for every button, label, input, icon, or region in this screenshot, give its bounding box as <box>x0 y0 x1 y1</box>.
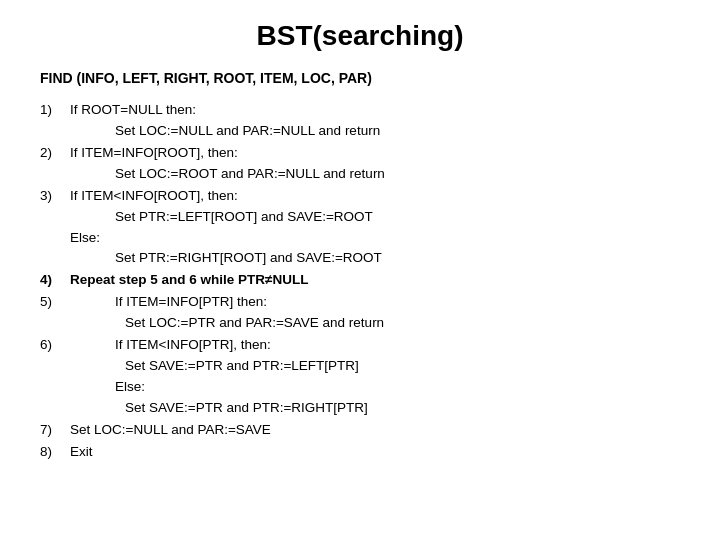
list-item: 7)Set LOC:=NULL and PAR:=SAVE <box>40 420 680 441</box>
step-line: Else: <box>70 228 680 249</box>
step-number: 2) <box>40 143 70 185</box>
step-body: If ITEM=INFO[PTR] then:Set LOC:=PTR and … <box>70 292 680 334</box>
step-body: If ITEM<INFO[ROOT], then:Set PTR:=LEFT[R… <box>70 186 680 270</box>
step-line: If ITEM<INFO[ROOT], then: <box>70 186 680 207</box>
step-body: If ITEM=INFO[ROOT], then:Set LOC:=ROOT a… <box>70 143 680 185</box>
page-title: BST(searching) <box>40 20 680 52</box>
step-line: Set LOC:=NULL and PAR:=SAVE <box>70 420 680 441</box>
step-line: Set SAVE:=PTR and PTR:=RIGHT[PTR] <box>70 398 680 419</box>
step-line: If ITEM<INFO[PTR], then: <box>70 335 680 356</box>
step-line: Set PTR:=RIGHT[ROOT] and SAVE:=ROOT <box>70 248 680 269</box>
step-line: Set PTR:=LEFT[ROOT] and SAVE:=ROOT <box>70 207 680 228</box>
step-line: Set LOC:=PTR and PAR:=SAVE and return <box>70 313 680 334</box>
step-number: 7) <box>40 420 70 441</box>
list-item: 8)Exit <box>40 442 680 463</box>
list-item: 5)If ITEM=INFO[PTR] then:Set LOC:=PTR an… <box>40 292 680 334</box>
step-number: 6) <box>40 335 70 419</box>
step-line: If ITEM=INFO[ROOT], then: <box>70 143 680 164</box>
step-number: 4) <box>40 270 70 291</box>
step-number: 8) <box>40 442 70 463</box>
subtitle: FIND (INFO, LEFT, RIGHT, ROOT, ITEM, LOC… <box>40 70 680 86</box>
step-line: If ROOT=NULL then: <box>70 100 680 121</box>
step-line: Repeat step 5 and 6 while PTR≠NULL <box>70 270 680 291</box>
list-item: 1)If ROOT=NULL then:Set LOC:=NULL and PA… <box>40 100 680 142</box>
step-body: Exit <box>70 442 680 463</box>
list-item: 2)If ITEM=INFO[ROOT], then:Set LOC:=ROOT… <box>40 143 680 185</box>
step-body: Repeat step 5 and 6 while PTR≠NULL <box>70 270 680 291</box>
step-line: Set LOC:=NULL and PAR:=NULL and return <box>70 121 680 142</box>
step-line: Set LOC:=ROOT and PAR:=NULL and return <box>70 164 680 185</box>
step-number: 3) <box>40 186 70 270</box>
list-item: 4)Repeat step 5 and 6 while PTR≠NULL <box>40 270 680 291</box>
step-number: 5) <box>40 292 70 334</box>
step-body: If ITEM<INFO[PTR], then:Set SAVE:=PTR an… <box>70 335 680 419</box>
step-line: If ITEM=INFO[PTR] then: <box>70 292 680 313</box>
step-line: Else: <box>70 377 680 398</box>
step-body: Set LOC:=NULL and PAR:=SAVE <box>70 420 680 441</box>
content-area: 1)If ROOT=NULL then:Set LOC:=NULL and PA… <box>40 100 680 463</box>
page: BST(searching) FIND (INFO, LEFT, RIGHT, … <box>0 0 720 540</box>
list-item: 6)If ITEM<INFO[PTR], then:Set SAVE:=PTR … <box>40 335 680 419</box>
step-body: If ROOT=NULL then:Set LOC:=NULL and PAR:… <box>70 100 680 142</box>
step-line: Set SAVE:=PTR and PTR:=LEFT[PTR] <box>70 356 680 377</box>
step-number: 1) <box>40 100 70 142</box>
step-line: Exit <box>70 442 680 463</box>
list-item: 3)If ITEM<INFO[ROOT], then:Set PTR:=LEFT… <box>40 186 680 270</box>
